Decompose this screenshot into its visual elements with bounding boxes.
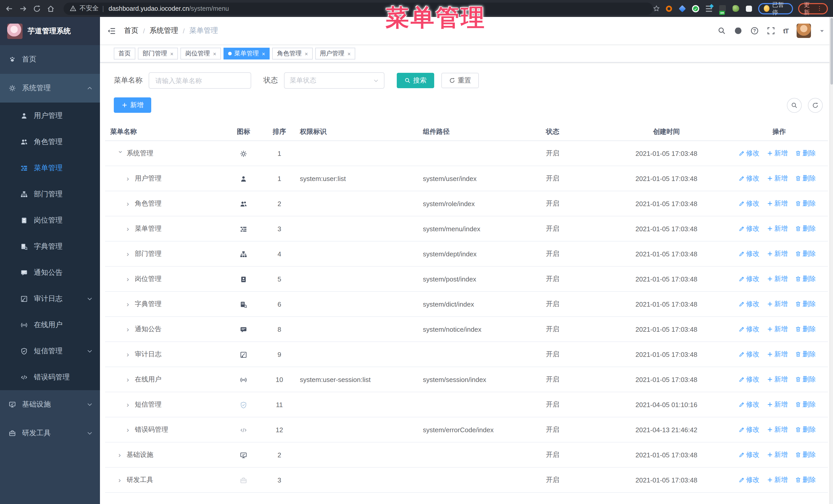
extension-dark-icon[interactable]: on — [718, 4, 727, 13]
breadcrumb-system[interactable]: 系统管理 — [149, 26, 178, 35]
add-link[interactable]: 新增 — [767, 199, 788, 208]
sidebar-fold-icon[interactable] — [107, 26, 116, 35]
sidebar-item[interactable]: 基础设施 — [0, 390, 100, 419]
delete-link[interactable]: 删除 — [795, 375, 816, 384]
modify-link[interactable]: 修改 — [738, 375, 759, 384]
forward-icon[interactable] — [19, 4, 27, 13]
add-link[interactable]: 新增 — [767, 224, 788, 233]
reset-button[interactable]: 重置 — [442, 73, 479, 88]
expand-arrow-icon[interactable]: › — [127, 199, 132, 208]
refresh-table-button[interactable] — [808, 98, 823, 113]
tab-item[interactable]: 岗位管理× — [181, 48, 221, 59]
menu-name-input[interactable] — [149, 72, 251, 89]
delete-link[interactable]: 删除 — [795, 475, 816, 484]
delete-link[interactable]: 删除 — [795, 400, 816, 409]
close-icon[interactable]: × — [170, 50, 173, 57]
close-icon[interactable]: × — [213, 50, 216, 57]
add-link[interactable]: 新增 — [767, 174, 788, 183]
modify-link[interactable]: 修改 — [738, 475, 759, 484]
expand-arrow-icon[interactable]: › — [127, 174, 132, 183]
tab-item[interactable]: 部门管理× — [138, 48, 178, 59]
add-link[interactable]: 新增 — [767, 350, 788, 359]
scrollbar-thumb[interactable] — [830, 18, 833, 85]
tab-item[interactable]: 首页 — [114, 48, 135, 59]
delete-link[interactable]: 删除 — [795, 274, 816, 284]
user-avatar[interactable] — [796, 24, 811, 38]
menu-dots-icon[interactable]: ⋮ — [816, 5, 822, 12]
sidebar-item[interactable]: 用户管理 — [0, 102, 100, 129]
extension-check-icon[interactable]: ✓ — [691, 4, 700, 13]
sidebar-item[interactable]: 错误码管理 — [0, 364, 100, 390]
home-icon[interactable] — [47, 4, 55, 13]
add-link[interactable]: 新增 — [767, 450, 788, 459]
help-icon[interactable] — [750, 27, 758, 35]
sidebar-item[interactable]: 字典管理 — [0, 233, 100, 259]
modify-link[interactable]: 修改 — [738, 149, 759, 158]
delete-link[interactable]: 删除 — [795, 249, 816, 258]
modify-link[interactable]: 修改 — [738, 299, 759, 309]
delete-link[interactable]: 删除 — [795, 350, 816, 359]
extension-green-icon[interactable] — [732, 4, 740, 13]
add-link[interactable]: 新增 — [767, 425, 788, 434]
expand-arrow-icon[interactable]: › — [127, 426, 132, 434]
search-icon[interactable] — [717, 27, 725, 35]
sidebar-item[interactable]: 岗位管理 — [0, 207, 100, 233]
expand-arrow-icon[interactable]: › — [127, 275, 132, 283]
add-link[interactable]: 新增 — [767, 475, 788, 484]
sidebar-item[interactable]: 角色管理 — [0, 129, 100, 155]
extension-puzzle-icon[interactable] — [745, 4, 753, 13]
modify-link[interactable]: 修改 — [738, 199, 759, 208]
sidebar-item[interactable]: 菜单管理 — [0, 155, 100, 181]
delete-link[interactable]: 删除 — [795, 325, 816, 334]
add-link[interactable]: 新增 — [767, 299, 788, 309]
delete-link[interactable]: 删除 — [795, 149, 816, 158]
expand-arrow-icon[interactable]: › — [118, 451, 123, 459]
sidebar-item[interactable]: 首页 — [0, 45, 100, 74]
expand-arrow-icon[interactable]: › — [127, 375, 132, 384]
expand-arrow-icon[interactable]: › — [127, 300, 132, 308]
font-size-icon[interactable]: tT — [783, 27, 788, 34]
expand-arrow-icon[interactable]: › — [118, 476, 123, 484]
sidebar-item[interactable]: 研发工具 — [0, 419, 100, 448]
add-link[interactable]: 新增 — [767, 249, 788, 258]
tab-item[interactable]: 用户管理× — [315, 48, 356, 59]
delete-link[interactable]: 删除 — [795, 425, 816, 434]
add-button[interactable]: 新增 — [114, 97, 151, 113]
close-icon[interactable]: × — [305, 50, 308, 57]
tab-item[interactable]: 角色管理× — [272, 48, 313, 59]
add-link[interactable]: 新增 — [767, 149, 788, 158]
delete-link[interactable]: 删除 — [795, 199, 816, 208]
close-icon[interactable]: × — [348, 50, 351, 57]
add-link[interactable]: 新增 — [767, 375, 788, 384]
expand-arrow-icon[interactable]: › — [127, 250, 132, 258]
add-link[interactable]: 新增 — [767, 325, 788, 334]
bookmark-star-icon[interactable] — [653, 5, 660, 12]
modify-link[interactable]: 修改 — [738, 425, 759, 434]
sidebar-item[interactable]: 系统管理 — [0, 74, 100, 102]
chevron-down-icon[interactable] — [819, 28, 825, 33]
back-icon[interactable] — [5, 4, 13, 13]
expand-arrow-icon[interactable]: › — [127, 224, 132, 233]
tab-active[interactable]: 菜单管理× — [223, 48, 270, 59]
reload-icon[interactable] — [33, 4, 41, 13]
url-bar[interactable]: 不安全 | dashboard.yudao.iocoder.cn/system/… — [64, 2, 653, 15]
expand-arrow-icon[interactable]: › — [117, 151, 125, 156]
delete-link[interactable]: 删除 — [795, 224, 816, 233]
delete-link[interactable]: 删除 — [795, 174, 816, 183]
expand-arrow-icon[interactable]: › — [127, 325, 132, 333]
fullscreen-icon[interactable] — [767, 27, 775, 35]
breadcrumb-home[interactable]: 首页 — [124, 26, 138, 35]
close-icon[interactable]: × — [262, 50, 265, 57]
delete-link[interactable]: 删除 — [795, 299, 816, 309]
modify-link[interactable]: 修改 — [738, 274, 759, 284]
modify-link[interactable]: 修改 — [738, 249, 759, 258]
update-button[interactable]: 更新 ⋮ — [798, 3, 828, 14]
sidebar-item[interactable]: 部门管理 — [0, 181, 100, 207]
scrollbar[interactable] — [829, 17, 833, 504]
sidebar-item[interactable]: 通知公告 — [0, 259, 100, 286]
sidebar-item[interactable]: 审计日志 — [0, 286, 100, 312]
delete-link[interactable]: 删除 — [795, 450, 816, 459]
modify-link[interactable]: 修改 — [738, 400, 759, 409]
expand-arrow-icon[interactable]: › — [127, 401, 132, 409]
sidebar-item[interactable]: 在线用户 — [0, 312, 100, 338]
